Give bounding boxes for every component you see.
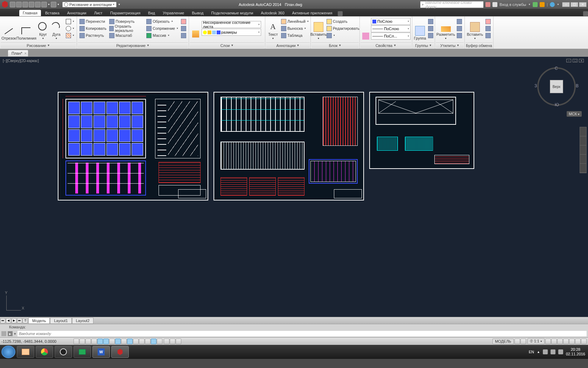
annotation-scale-button[interactable]: ⦷ 1:1 ▾ — [527, 338, 545, 344]
qp-toggle[interactable] — [145, 339, 150, 344]
sc-toggle[interactable] — [151, 339, 156, 344]
array-button[interactable]: Массив▾ — [145, 32, 179, 39]
lwt-toggle[interactable] — [133, 339, 139, 344]
osnap-toggle[interactable] — [103, 339, 109, 344]
qat-customize-icon[interactable]: ▼ — [118, 3, 120, 6]
document-tab[interactable]: План*× — [8, 50, 28, 57]
help-dropdown-icon[interactable]: ▼ — [557, 3, 559, 6]
linetype-combo[interactable]: ПоСл...▾ — [371, 33, 411, 40]
erase-button[interactable] — [180, 18, 187, 25]
viewcube[interactable]: Верх С Ю З В — [537, 67, 576, 106]
layout-list-icon[interactable]: ☰ — [23, 318, 28, 323]
wcs-label[interactable]: МСК ▾ — [567, 111, 582, 117]
block-edit-button[interactable]: Редактировать — [326, 25, 360, 32]
pan-icon[interactable] — [580, 136, 586, 145]
steering-wheel-icon[interactable] — [580, 127, 586, 136]
toolbar-lock-icon[interactable] — [563, 339, 569, 344]
line-button[interactable]: Отрезок — [1, 18, 16, 41]
qat-save-icon[interactable] — [22, 2, 28, 7]
paste-button[interactable]: Вставить▼ — [466, 18, 484, 41]
tray-1-toggle[interactable] — [164, 339, 169, 344]
command-input[interactable] — [18, 331, 587, 336]
tab-apps[interactable]: Активные приложения — [289, 10, 336, 16]
tab-parametric[interactable]: Параметризация — [107, 10, 144, 16]
3dosnap-toggle[interactable] — [109, 339, 115, 344]
util-2-button[interactable] — [456, 25, 463, 32]
qat-redo-icon[interactable] — [51, 2, 56, 7]
ucs-icon[interactable]: Y X — [6, 295, 21, 311]
qat-open-icon[interactable] — [16, 2, 22, 7]
vp-minimize-icon[interactable]: ─ — [566, 59, 571, 62]
clean-screen-icon[interactable] — [581, 339, 587, 344]
hardware-accel-icon[interactable] — [569, 339, 575, 344]
ribbon-minimize-button[interactable] — [583, 11, 588, 16]
move-button[interactable]: Перенести — [78, 18, 107, 25]
search-icon[interactable] — [485, 2, 490, 7]
tab-insert[interactable]: Вставка — [42, 10, 63, 16]
tab-sheet[interactable]: Лист — [91, 10, 106, 16]
ducs-toggle[interactable] — [121, 339, 127, 344]
layout-first-icon[interactable]: ⏮ — [0, 318, 5, 323]
qat-new-icon[interactable] — [10, 2, 15, 7]
layout-next-icon[interactable]: ▶ — [12, 318, 16, 323]
layer-state-combo[interactable]: Несохраненное состояние листа▾ — [202, 21, 261, 28]
ungroup-button[interactable] — [427, 18, 434, 25]
tray-2-toggle[interactable] — [170, 339, 175, 344]
orbit-icon[interactable] — [580, 155, 586, 164]
close-tab-icon[interactable]: × — [24, 51, 26, 55]
layout-last-icon[interactable]: ⏭ — [17, 318, 22, 323]
layout-2-tab[interactable]: Layout2 — [72, 318, 93, 324]
tray-3-toggle[interactable] — [176, 339, 181, 344]
taskbar-autocad[interactable] — [111, 346, 129, 358]
viewport-label[interactable]: [−][Сверху][2D-каркас] — [3, 59, 39, 63]
copy-button[interactable]: Копировать — [78, 25, 107, 32]
chevron-down-icon[interactable]: ▼ — [528, 3, 531, 6]
block-insert-button[interactable]: Вставить▼ — [312, 18, 325, 41]
block-create-button[interactable]: Создать — [326, 18, 360, 25]
group-button[interactable]: Группа — [414, 18, 426, 41]
workspace-switch-icon[interactable] — [557, 339, 563, 344]
quickview-drawings-icon[interactable] — [520, 339, 526, 344]
app-menu-icon[interactable] — [1, 1, 8, 8]
drawing-canvas[interactable]: [−][Сверху][2D-каркас] ─ ☐ ✕ Верх С Ю З … — [0, 57, 588, 317]
measure-button[interactable]: Разметить▼ — [436, 18, 455, 41]
start-button[interactable] — [1, 346, 15, 358]
group-edit-button[interactable] — [427, 25, 434, 32]
match-properties-button[interactable] — [361, 18, 370, 41]
util-1-button[interactable] — [456, 18, 463, 25]
isolate-objects-icon[interactable] — [575, 339, 581, 344]
panel-title-annotation[interactable]: Аннотации▼ — [266, 42, 310, 48]
cmdline-prompt-icon[interactable]: ▸ — [8, 331, 13, 336]
trim-button[interactable]: Обрезать▾ — [145, 18, 179, 25]
table-button[interactable]: Таблица — [280, 32, 310, 39]
util-3-button[interactable] — [456, 32, 463, 39]
connect-icon[interactable] — [540, 2, 545, 7]
panel-title-utilities[interactable]: Утилиты▼ — [436, 42, 464, 48]
block-attr-button[interactable]: ▾ — [326, 32, 360, 39]
signin-button[interactable]: Вход в службы — [499, 2, 526, 7]
tab-view[interactable]: Вид — [145, 10, 159, 16]
fillet-button[interactable]: Сопряжение▾ — [145, 25, 179, 32]
otrack-toggle[interactable] — [115, 339, 121, 344]
lineweight-combo[interactable]: ПоСлою▾ — [371, 25, 411, 32]
panel-title-groups[interactable]: Группы▼ — [413, 42, 434, 48]
layout-model-tab[interactable]: Модель — [28, 318, 50, 324]
qat-print-icon[interactable] — [35, 2, 41, 7]
tab-a360[interactable]: Autodesk 360 — [257, 10, 288, 16]
taskbar-clock[interactable]: 20:2802.11.2016 — [566, 347, 585, 356]
cut-button[interactable] — [484, 18, 492, 25]
tab-output[interactable]: Вывод — [188, 10, 207, 16]
taskbar-word[interactable]: W — [92, 346, 110, 358]
arc-button[interactable]: Дуга▼ — [50, 18, 63, 41]
vp-close-icon[interactable]: ✕ — [579, 59, 584, 62]
scale-button[interactable]: Масштаб — [108, 32, 145, 39]
tab-home[interactable]: Главная — [19, 10, 41, 16]
anno-autoscale-icon[interactable] — [551, 339, 557, 344]
vp-maximize-icon[interactable]: ☐ — [573, 59, 578, 62]
workspace-selector[interactable]: Рисование и аннотации ▼ — [62, 2, 117, 7]
panel-title-modify[interactable]: Редактирование▼ — [78, 42, 188, 48]
undo-dropdown-icon[interactable]: ▼ — [48, 3, 50, 6]
ortho-toggle[interactable] — [91, 339, 97, 344]
panel-title-draw[interactable]: Рисование▼ — [1, 42, 76, 48]
ribbon-extra-button[interactable] — [338, 11, 343, 16]
